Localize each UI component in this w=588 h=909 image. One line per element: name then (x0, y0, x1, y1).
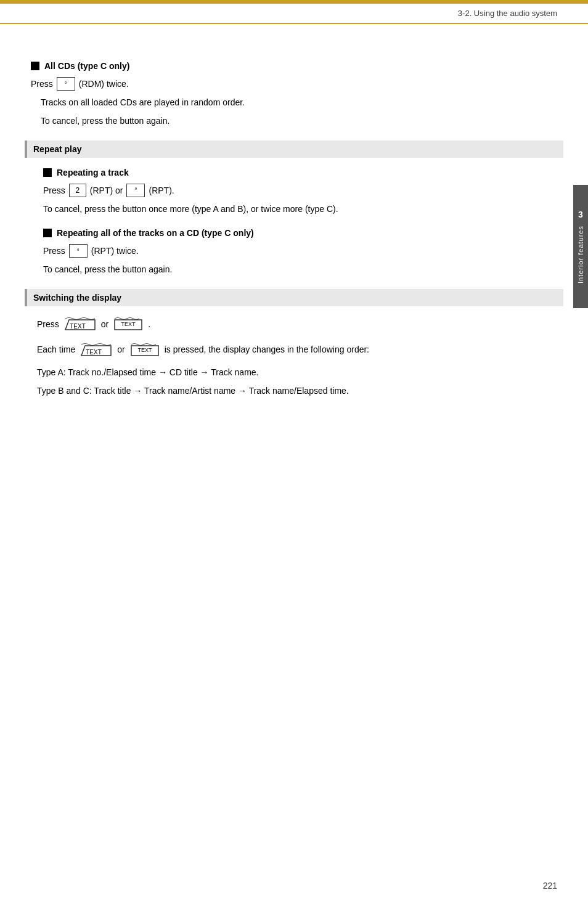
each-time-label: Each time (37, 343, 75, 356)
switching-display-heading: Switching the display (25, 289, 563, 306)
text-button-4: TEXT (130, 342, 160, 358)
header-bar (0, 0, 588, 4)
text-button-1-svg: TEXT (64, 316, 96, 332)
svg-text:TEXT: TEXT (137, 347, 152, 353)
svg-text:TEXT: TEXT (86, 348, 102, 355)
all-cds-body-2: To cancel, press the button again. (41, 114, 563, 128)
main-content: All CDs (type C only) Press ° (RDM) twic… (25, 24, 563, 397)
sidebar-number: 3 (578, 210, 583, 219)
or-label-2: or (117, 343, 125, 356)
text-button-3: TEXT (80, 342, 112, 358)
repeat-play-heading: Repeat play (25, 141, 563, 158)
text-button-4-svg: TEXT (130, 342, 160, 358)
repeating-track-title: Repeating a track (43, 168, 551, 177)
black-square-icon (31, 62, 39, 70)
text-button-3-svg: TEXT (80, 342, 112, 358)
rpt-button-dot-2: ° (69, 244, 88, 258)
type-bc-text: Type B and C: Track title → Track name/A… (37, 384, 551, 397)
breadcrumb: 3-2. Using the audio system (458, 9, 557, 18)
text-button-1: TEXT (64, 316, 96, 332)
repeat-play-content: Repeating a track Press 2 (RPT) or ° (RP… (25, 168, 563, 277)
text-button-2: TEXT (113, 316, 143, 332)
repeating-all-body: To cancel, press the button again. (43, 263, 551, 276)
svg-text:TEXT: TEXT (121, 321, 136, 327)
repeating-all-title: Repeating all of the tracks on a CD (typ… (43, 228, 551, 238)
black-square-icon-2 (43, 168, 52, 177)
switching-press-line: Press TEXT or (37, 316, 551, 332)
repeating-track-section: Repeating a track Press 2 (RPT) or ° (RP… (37, 168, 551, 216)
all-cds-press-line: Press ° (RDM) twice. (31, 77, 563, 91)
repeating-all-section: Repeating all of the tracks on a CD (typ… (37, 228, 551, 276)
page-container: 3-2. Using the audio system All CDs (typ… (0, 0, 588, 909)
rdm-button: ° (57, 77, 75, 91)
svg-text:TEXT: TEXT (70, 322, 86, 329)
black-square-icon-3 (43, 229, 52, 237)
repeating-track-body: To cancel, press the button once more (t… (43, 202, 551, 216)
type-a-text: Type A: Track no./Elapsed time → CD titl… (37, 365, 551, 379)
rpt-button-dot: ° (126, 184, 145, 197)
all-cds-section: All CDs (type C only) Press ° (RDM) twic… (25, 61, 563, 128)
repeating-all-press-line: Press ° (RPT) twice. (43, 244, 551, 258)
switching-display-content: Press TEXT or (25, 316, 563, 398)
sidebar-tab: 3 Interior features (573, 185, 588, 308)
all-cds-title: All CDs (type C only) (31, 61, 563, 71)
all-cds-body-1: Tracks on all loaded CDs are played in r… (41, 96, 563, 109)
page-number: 221 (543, 881, 557, 891)
is-pressed-label: is pressed, the display changes in the f… (165, 343, 369, 356)
repeating-track-press-line: Press 2 (RPT) or ° (RPT). (43, 184, 551, 197)
switching-each-time: Each time TEXT or TEXT i (37, 342, 551, 358)
sidebar-label: Interior features (577, 226, 584, 283)
rpt-button-2: 2 (69, 184, 86, 197)
text-button-2-svg: TEXT (113, 316, 143, 332)
